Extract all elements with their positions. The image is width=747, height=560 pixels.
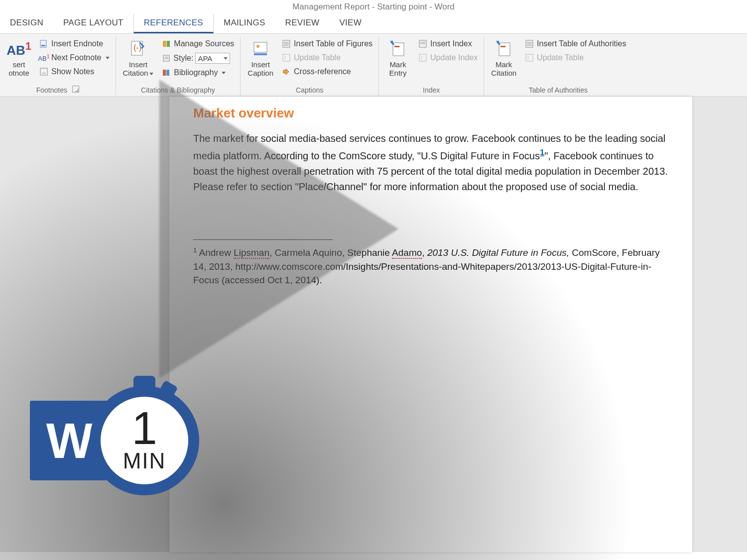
insert-index-button[interactable]: Insert Index	[416, 38, 480, 50]
svg-rect-13	[254, 42, 267, 52]
group-label-citations: Citations & Bibliography	[120, 85, 237, 96]
svg-text:!: !	[284, 55, 286, 61]
group-label-authorities: Table of Authorities	[488, 85, 628, 96]
chevron-down-icon	[106, 57, 110, 59]
ribbon: AB1 sert otnote Insert Endnote AB1 Next …	[0, 34, 747, 97]
svg-text:!: !	[527, 55, 529, 61]
style-dropdown[interactable]: APA	[195, 53, 230, 64]
stopwatch-min-label: MIN	[123, 448, 166, 473]
doc-body-paragraph: The market for social media-based servic…	[193, 131, 668, 195]
citation-style-selector[interactable]: Style: APA	[159, 52, 236, 65]
ribbon-tabs: DESIGN PAGE LAYOUT REFERENCES MAILINGS R…	[0, 14, 747, 34]
video-badge: W 1 MIN	[30, 386, 199, 495]
document-page[interactable]: Market overview The market for social me…	[169, 97, 692, 552]
svg-rect-22	[393, 43, 404, 56]
svg-text:(-): (-)	[133, 43, 141, 52]
group-label-index: Index	[383, 85, 480, 96]
tab-view[interactable]: VIEW	[329, 14, 372, 33]
svg-rect-1	[41, 45, 45, 46]
ribbon-group-captions: Insert Caption Insert Table of Figures !…	[241, 37, 379, 96]
svg-rect-7	[167, 41, 170, 47]
bibliography-icon	[161, 68, 171, 78]
svg-rect-30	[500, 46, 505, 47]
svg-point-14	[256, 45, 259, 48]
table-of-figures-icon	[281, 39, 291, 49]
insert-table-of-figures-button[interactable]: Insert Table of Figures	[279, 38, 374, 50]
footnotes-dialog-launcher[interactable]	[72, 86, 79, 93]
insert-toa-icon	[524, 39, 534, 49]
mark-citation-icon	[494, 39, 514, 59]
footnote-separator	[193, 239, 333, 240]
manage-sources-button[interactable]: Manage Sources	[159, 38, 236, 50]
next-footnote-icon: AB1	[39, 53, 49, 63]
svg-rect-15	[254, 53, 267, 55]
svg-rect-8	[163, 55, 169, 61]
endnote-icon	[39, 39, 49, 49]
cross-reference-icon	[281, 67, 291, 77]
chevron-down-icon	[222, 72, 226, 74]
tab-references[interactable]: REFERENCES	[133, 14, 214, 33]
svg-rect-11	[163, 70, 166, 76]
tab-page-layout[interactable]: PAGE LAYOUT	[53, 14, 133, 33]
svg-rect-12	[166, 70, 169, 76]
ribbon-group-index: Mark Entry Insert Index ! Update Index	[379, 37, 484, 96]
update-table-icon: !	[281, 53, 291, 63]
cross-reference-button[interactable]: Cross-reference	[279, 66, 374, 78]
insert-citation-button[interactable]: (-) Insert Citation	[120, 38, 157, 78]
style-icon	[161, 53, 171, 63]
update-toa-icon: !	[524, 53, 534, 63]
ribbon-group-authorities: Mark Citation Insert Table of Authoritie…	[484, 37, 632, 96]
svg-rect-2	[40, 68, 47, 75]
window-title: Management Report - Starting point - Wor…	[292, 2, 455, 11]
title-bar: Management Report - Starting point - Wor…	[0, 0, 747, 14]
footnote-reference-link[interactable]: 1	[540, 148, 544, 157]
update-table-button[interactable]: ! Update Table	[279, 52, 374, 64]
insert-caption-button[interactable]: Insert Caption	[245, 38, 276, 78]
show-notes-button[interactable]: Show Notes	[37, 66, 112, 78]
caption-icon	[250, 39, 270, 59]
manage-sources-icon	[161, 39, 171, 49]
insert-footnote-button[interactable]: AB1 sert otnote	[4, 38, 34, 78]
tab-design[interactable]: DESIGN	[0, 14, 53, 33]
ribbon-group-footnotes: AB1 sert otnote Insert Endnote AB1 Next …	[0, 37, 116, 96]
next-footnote-button[interactable]: AB1 Next Footnote	[37, 52, 112, 64]
tab-mailings[interactable]: MAILINGS	[214, 14, 275, 33]
mark-entry-icon	[388, 39, 408, 59]
chevron-down-icon	[224, 57, 228, 60]
insert-index-icon	[418, 39, 428, 49]
mark-citation-button[interactable]: Mark Citation	[488, 38, 519, 78]
bibliography-button[interactable]: Bibliography	[159, 67, 236, 79]
doc-heading: Market overview	[193, 106, 668, 121]
group-label-footnotes: Footnotes	[4, 85, 112, 96]
footnote-text: 1 Andrew Lipsman, Carmela Aquino, Stepha…	[193, 246, 668, 287]
citation-icon: (-)	[128, 39, 148, 59]
update-index-button[interactable]: ! Update Index	[416, 52, 480, 64]
update-toa-button[interactable]: ! Update Table	[522, 52, 628, 64]
chevron-down-icon	[149, 73, 153, 75]
footnote-icon: AB1	[9, 39, 29, 59]
spellcheck-underline: Lipsman	[234, 247, 269, 259]
spellcheck-underline: Adamo	[392, 247, 422, 259]
svg-rect-23	[394, 46, 399, 47]
update-index-icon: !	[418, 53, 428, 63]
stopwatch-icon: 1 MIN	[90, 386, 199, 495]
insert-table-of-authorities-button[interactable]: Insert Table of Authorities	[522, 38, 628, 50]
mark-entry-button[interactable]: Mark Entry	[383, 38, 413, 78]
svg-text:!: !	[421, 55, 422, 61]
group-label-captions: Captions	[245, 85, 374, 96]
svg-rect-29	[499, 43, 510, 56]
ribbon-group-citations: (-) Insert Citation Manage Sources Style…	[116, 37, 241, 96]
insert-endnote-button[interactable]: Insert Endnote	[37, 38, 112, 50]
tab-review[interactable]: REVIEW	[275, 14, 330, 33]
svg-rect-6	[163, 41, 166, 47]
stopwatch-number: 1	[131, 408, 157, 449]
show-notes-icon	[39, 67, 49, 77]
